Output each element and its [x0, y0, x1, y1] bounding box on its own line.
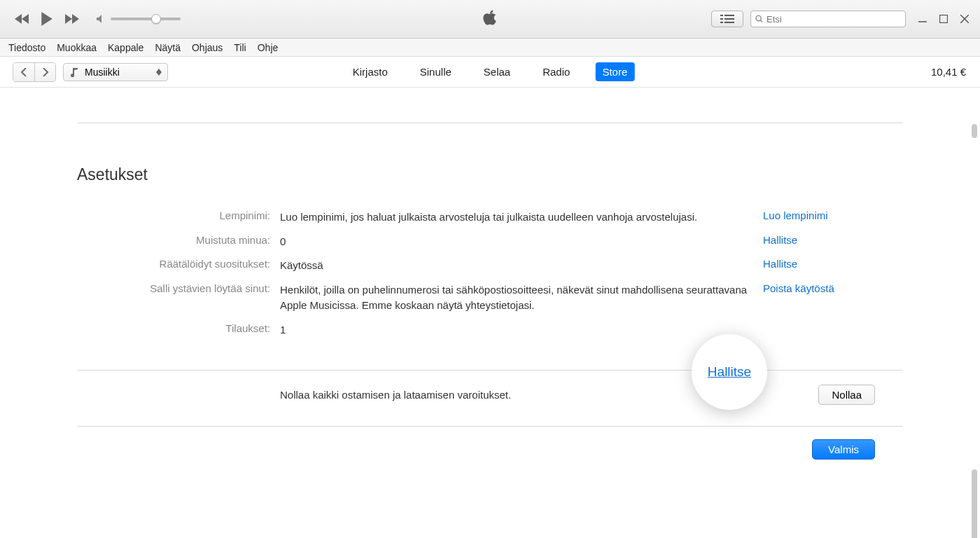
menu-controls[interactable]: Ohjaus	[192, 42, 223, 53]
svg-rect-9	[940, 15, 948, 23]
svg-point-6	[756, 15, 761, 20]
action-remind[interactable]: Hallitse	[763, 234, 875, 246]
svg-rect-5	[724, 22, 734, 23]
close-button[interactable]	[959, 13, 970, 25]
label-subscriptions: Tilaukset:	[105, 322, 280, 334]
menu-edit[interactable]: Muokkaa	[57, 42, 97, 53]
scrollbar[interactable]	[972, 469, 977, 538]
navbar: Musiikki Kirjasto Sinulle Selaa Radio St…	[0, 57, 980, 88]
tab-radio[interactable]: Radio	[536, 62, 577, 81]
value-allow-friends: Henkilöt, joilla on puhelinnumerosi tai …	[280, 282, 763, 314]
search-input[interactable]	[750, 11, 906, 27]
row-personalized: Räätälöidyt suositukset: Käytössä Hallit…	[105, 254, 875, 278]
action-subscriptions-manage[interactable]: Hallitse	[708, 364, 751, 380]
svg-rect-4	[720, 22, 723, 23]
svg-rect-1	[724, 15, 734, 16]
back-button[interactable]	[13, 63, 34, 81]
tab-foryou[interactable]: Sinulle	[413, 62, 458, 81]
label-remind: Muistuta minua:	[105, 234, 280, 246]
titlebar	[0, 0, 980, 39]
done-row: Valmis	[28, 439, 875, 460]
reset-text: Nollaa kaikki ostamisen ja lataamisen va…	[280, 389, 511, 401]
chevron-updown-icon	[156, 69, 162, 76]
tab-store[interactable]: Store	[595, 62, 634, 81]
speaker-icon	[97, 15, 106, 23]
reset-button[interactable]: Nollaa	[818, 385, 875, 405]
playback-controls	[10, 9, 84, 29]
play-button[interactable]	[35, 9, 59, 29]
label-nickname: Lempinimi:	[105, 209, 280, 221]
tabs: Kirjasto Sinulle Selaa Radio Store	[346, 62, 635, 81]
menu-view[interactable]: Näytä	[155, 42, 181, 53]
minimize-button[interactable]	[917, 13, 928, 25]
scrollbar-top[interactable]	[972, 124, 977, 138]
next-button[interactable]	[60, 9, 84, 29]
window-controls	[917, 13, 970, 25]
account-balance[interactable]: 10,41 €	[931, 66, 966, 78]
svg-rect-3	[724, 18, 734, 20]
category-select[interactable]: Musiikki	[63, 63, 168, 81]
content: Asetukset Lempinimi: Luo lempinimi, jos …	[0, 123, 980, 538]
action-allow-friends[interactable]: Poista käytöstä	[763, 282, 875, 294]
row-nickname: Lempinimi: Luo lempinimi, jos haluat jul…	[105, 205, 875, 230]
tab-browse[interactable]: Selaa	[477, 62, 517, 81]
value-nickname: Luo lempinimi, jos haluat julkaista arvo…	[280, 209, 763, 226]
tab-library[interactable]: Kirjasto	[346, 62, 395, 81]
forward-button[interactable]	[34, 63, 55, 81]
label-personalized: Räätälöidyt suositukset:	[105, 258, 280, 270]
menu-file[interactable]: Tiedosto	[8, 42, 46, 53]
menubar: Tiedosto Muokkaa Kappale Näytä Ohjaus Ti…	[0, 39, 980, 57]
svg-rect-0	[720, 15, 723, 16]
settings-table: Lempinimi: Luo lempinimi, jos haluat jul…	[105, 205, 875, 342]
search-icon	[755, 15, 763, 23]
previous-button[interactable]	[10, 9, 34, 29]
maximize-button[interactable]	[938, 13, 949, 25]
row-allow-friends: Salli ystävien löytää sinut: Henkilöt, j…	[105, 278, 875, 318]
reset-row: Nollaa kaikki ostamisen ja lataamisen va…	[280, 385, 875, 405]
row-subscriptions: Tilaukset: 1 x	[105, 318, 875, 343]
action-personalized[interactable]: Hallitse	[763, 258, 875, 270]
value-remind: 0	[280, 234, 763, 250]
titlebar-right-cluster	[711, 11, 970, 27]
svg-rect-2	[720, 18, 723, 20]
action-nickname[interactable]: Luo lempinimi	[763, 209, 875, 221]
category-label: Musiikki	[85, 67, 120, 78]
music-note-icon	[69, 67, 79, 77]
row-remind: Muistuta minua: 0 Hallitse	[105, 230, 875, 254]
done-button[interactable]: Valmis	[812, 439, 875, 460]
menu-account[interactable]: Tili	[234, 42, 246, 53]
apple-logo-icon	[482, 8, 498, 29]
nav-history	[13, 62, 56, 82]
volume-slider[interactable]	[97, 15, 181, 23]
label-allow-friends: Salli ystävien löytää sinut:	[105, 282, 280, 294]
value-subscriptions: 1	[280, 322, 763, 338]
svg-line-7	[760, 20, 762, 22]
menu-song[interactable]: Kappale	[108, 42, 144, 53]
section-title-settings: Asetukset	[77, 165, 952, 184]
menu-help[interactable]: Ohje	[258, 42, 279, 53]
highlight-subscriptions-manage: Hallitse	[692, 334, 767, 410]
list-view-button[interactable]	[711, 11, 743, 27]
value-personalized: Käytössä	[280, 258, 763, 274]
